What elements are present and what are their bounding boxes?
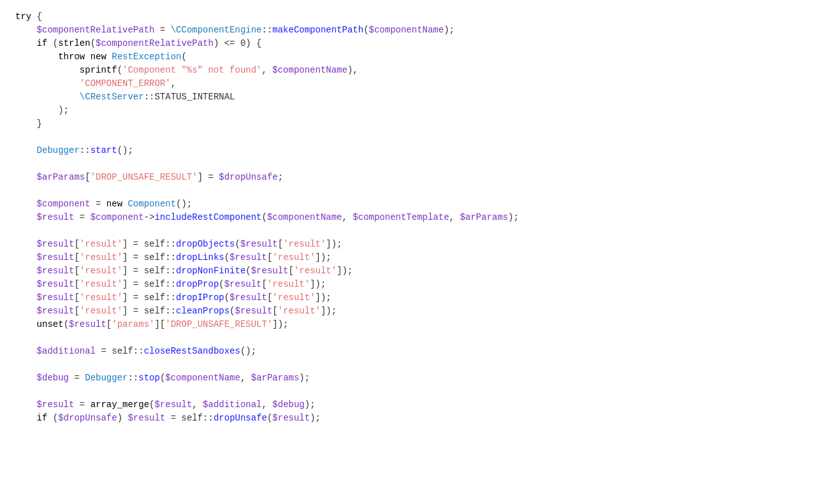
code-token: = — [96, 346, 112, 356]
code-token: [ — [74, 279, 79, 289]
code-token: ( — [47, 38, 58, 48]
code-token — [15, 279, 37, 289]
code-token: makeComponentPath — [272, 25, 363, 35]
code-token: ]); — [337, 266, 353, 276]
code-token: 'COMPONENT_ERROR' — [80, 78, 171, 89]
code-token: ( — [91, 38, 96, 48]
code-token: includeRestComponent — [154, 212, 261, 222]
code-line: if (strlen($componentRelativePath) <= 0)… — [15, 37, 801, 50]
code-line: $result['result'] = self::cleanProps($re… — [15, 305, 801, 318]
code-line: sprintf('Component "%s" not found', $com… — [15, 64, 801, 77]
code-token: ]); — [310, 279, 326, 289]
code-token: [ — [74, 252, 79, 263]
code-token: [ — [74, 239, 79, 249]
code-token: dropObjects — [176, 239, 235, 249]
code-token: \CRestServer — [80, 92, 144, 102]
code-token: = — [154, 25, 170, 35]
code-token: $dropUnsafe — [58, 413, 117, 423]
code-line — [15, 224, 801, 238]
code-token: $componentName — [272, 65, 347, 75]
code-token: self:: — [144, 306, 176, 316]
code-token: (); — [176, 199, 192, 209]
code-token — [15, 145, 37, 155]
code-token — [15, 413, 37, 423]
code-line — [15, 131, 801, 144]
code-token: $result — [251, 266, 289, 276]
code-token: $result — [37, 306, 75, 316]
code-line: \CRestServer::STATUS_INTERNAL — [15, 90, 801, 104]
code-token — [15, 373, 37, 383]
code-token: ); — [299, 373, 310, 383]
code-token: ][ — [154, 319, 165, 329]
code-token: [ — [262, 279, 267, 289]
code-line: $componentRelativePath = \CComponentEngi… — [15, 24, 801, 37]
code-token: unset — [37, 319, 64, 329]
code-token: $componentName — [369, 25, 444, 35]
code-token: ( — [235, 239, 240, 249]
code-token: 'params' — [112, 319, 154, 329]
code-token — [15, 306, 37, 316]
code-token — [15, 400, 37, 410]
code-token: dropNonFinite — [176, 266, 245, 276]
code-line — [15, 157, 801, 171]
code-token: = — [69, 373, 85, 383]
code-token: strlen — [58, 38, 90, 48]
code-token — [15, 65, 80, 75]
code-token: 'DROP_UNSAFE_RESULT' — [165, 319, 272, 329]
code-token: [ — [272, 306, 277, 316]
code-token: 'result' — [278, 306, 321, 316]
code-token: [ — [106, 319, 112, 329]
code-token: ] = — [122, 266, 144, 276]
code-token: $additional — [37, 346, 96, 356]
code-token: $result — [37, 239, 75, 249]
code-token: $componentRelativePath — [96, 38, 214, 48]
code-token: if — [37, 413, 48, 423]
code-token: , — [449, 212, 460, 222]
code-token: $result — [69, 319, 106, 329]
code-token — [15, 346, 37, 356]
code-token — [85, 52, 90, 62]
code-token: $result — [229, 252, 267, 263]
code-token: $arParams — [460, 212, 508, 222]
code-token: ]); — [272, 319, 288, 329]
code-token: , — [192, 400, 203, 410]
code-token: [ — [85, 172, 90, 182]
code-token: $component — [37, 199, 91, 209]
code-token: :: — [80, 145, 91, 155]
code-token: , — [171, 78, 176, 89]
code-line: $result = array_merge($result, $addition… — [15, 398, 801, 412]
code-token — [15, 52, 58, 62]
code-token: Component — [127, 199, 176, 209]
code-token: 'result' — [80, 266, 122, 276]
code-token — [15, 199, 37, 209]
code-token: dropUnsafe — [214, 413, 267, 423]
code-token: ( — [245, 266, 251, 276]
code-token: , — [262, 400, 273, 410]
code-line — [15, 385, 801, 398]
code-token: ( — [219, 279, 224, 289]
code-token: $result — [37, 266, 75, 276]
code-token: array_merge — [91, 400, 149, 410]
code-token: $result — [37, 279, 75, 289]
code-token — [15, 172, 37, 182]
code-token: 'result' — [272, 292, 315, 303]
code-token — [106, 52, 112, 62]
code-token — [15, 319, 37, 329]
code-token: self:: — [182, 413, 214, 423]
code-token: $result — [37, 400, 75, 410]
code-token: $result — [224, 279, 262, 289]
code-token: ]); — [316, 252, 332, 263]
code-token: $debug — [272, 400, 304, 410]
code-token: new — [106, 199, 122, 209]
code-line: $debug = Debugger::stop($componentName, … — [15, 371, 801, 385]
code-token: [ — [74, 306, 79, 316]
code-token — [15, 25, 37, 35]
code-token: ); — [310, 413, 321, 423]
code-token: 'result' — [80, 279, 122, 289]
code-token: ( — [117, 65, 122, 75]
code-token: new — [91, 52, 106, 62]
code-token: [ — [74, 292, 79, 303]
code-line — [15, 331, 801, 345]
code-line: $result['result'] = self::dropObjects($r… — [15, 238, 801, 251]
code-token: ] = — [122, 239, 144, 249]
